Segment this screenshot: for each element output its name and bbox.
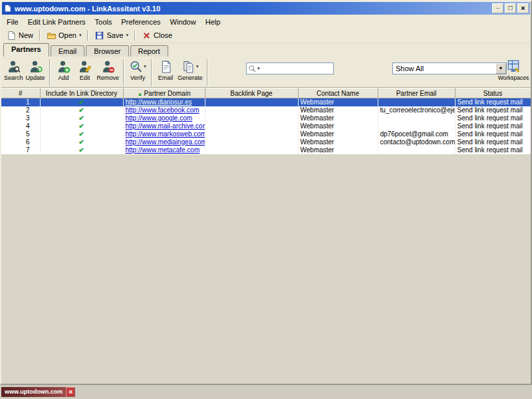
icon-wrap [29, 59, 43, 74]
include-cell[interactable]: ✔ [40, 98, 123, 107]
minimize-button[interactable] [492, 3, 503, 13]
menu-item-edit-link-partners[interactable]: Edit Link Partners [23, 17, 90, 27]
update-button[interactable]: Update [25, 58, 47, 82]
partner-email-cell: dp76pocet@gmail.com [378, 130, 455, 138]
tab-email[interactable]: Email [51, 45, 85, 57]
toolbar-separator [151, 59, 152, 86]
icon-wrap: ▾ [182, 59, 199, 74]
toolbar-separator [134, 30, 136, 41]
include-cell[interactable]: ✔ [40, 130, 123, 138]
add-button[interactable]: Add [53, 58, 74, 82]
search-box[interactable]: ▾ [246, 63, 334, 74]
title-bar[interactable]: www.uptodown.com - LinkAsssitant v3.10 [2, 2, 530, 15]
table-row[interactable]: 5✔http://www.markosweb.comWebmasterdp76p… [1, 130, 531, 138]
partner-domain-cell: http://www.mediaingea.com [123, 138, 205, 146]
partner-domain-link[interactable]: http://www.metacafe.com [126, 146, 200, 154]
edit-button[interactable]: Edit [74, 58, 96, 82]
column-header-contact-name[interactable]: Contact Name [298, 88, 378, 98]
icon-wrap [159, 59, 173, 74]
close-button[interactable]: Close [138, 29, 176, 43]
taskbar-item-label[interactable]: www.uptodown.com [1, 387, 66, 397]
search-input[interactable] [260, 65, 332, 72]
partner-domain-cell: http://www.facebook.com [123, 106, 205, 114]
tab-partners[interactable]: Partners [3, 43, 49, 57]
tab-browser[interactable]: Browser [86, 45, 128, 57]
table-row[interactable]: 4✔http://www.mail-archive.comWebmasterSe… [1, 122, 531, 130]
menu-item-help[interactable]: Help [201, 17, 225, 27]
icon-wrap [101, 59, 115, 74]
menu-item-file[interactable]: File [2, 17, 23, 27]
status-cell: Send link request mail [455, 130, 531, 138]
partner-email-cell [378, 146, 455, 154]
backlink-page-cell [205, 138, 298, 146]
partner-domain-link[interactable]: http://www.mail-archive.com [126, 122, 205, 130]
taskbar-close-icon[interactable] [66, 387, 75, 397]
column-header-backlink-page[interactable]: Backlink Page [205, 88, 298, 98]
table-row[interactable]: 3✔http://www.google.comWebmasterSend lin… [1, 114, 531, 122]
person-add-icon [57, 60, 70, 74]
generate-button[interactable]: ▾Generate [176, 58, 204, 82]
column-header-status[interactable]: Status [455, 88, 531, 98]
button-label: Email [158, 74, 174, 81]
table-row[interactable]: 1✔http://www.diariosur.esWebmasterSend l… [1, 98, 531, 107]
status-cell: Send link request mail [455, 106, 531, 114]
close-button[interactable] [517, 3, 529, 13]
dropdown-arrow-icon[interactable]: ▾ [196, 64, 199, 69]
search-button[interactable]: Search [3, 58, 25, 82]
menu-bar: FileEdit Link PartnersToolsPreferencesWi… [1, 15, 531, 28]
column-header-partner-email[interactable]: Partner Email [378, 88, 455, 98]
email-button[interactable]: Email [155, 58, 176, 82]
partners-table: #Include In Link Directory▲Partner Domai… [1, 88, 531, 154]
toolbar-separator [49, 59, 51, 86]
partner-domain-link[interactable]: http://www.diariosur.es [126, 98, 192, 106]
open-button[interactable]: Open▾ [43, 29, 84, 43]
column-header-partner-domain[interactable]: ▲Partner Domain [123, 88, 205, 98]
person-remove-icon [101, 60, 115, 74]
table-row[interactable]: 7✔http://www.metacafe.comWebmasterSend l… [1, 146, 531, 154]
tab-report[interactable]: Report [130, 45, 168, 57]
column-header-include-in-link-directory[interactable]: Include In Link Directory [40, 88, 123, 98]
toolbar-separator [207, 59, 208, 86]
partner-email-cell [378, 98, 455, 107]
new-button[interactable]: New [3, 29, 37, 43]
contact-name-cell: Webmaster [298, 138, 378, 146]
column-header-num[interactable]: # [1, 88, 40, 98]
sort-asc-icon: ▲ [138, 91, 143, 97]
check-icon: ✔ [78, 98, 84, 106]
contact-name-cell: Webmaster [298, 98, 378, 107]
menu-item-preferences[interactable]: Preferences [116, 17, 165, 27]
button-label: Add [59, 74, 69, 81]
include-cell[interactable]: ✔ [40, 114, 123, 122]
verify-button[interactable]: ▾Verify [127, 58, 148, 82]
new-doc-icon [7, 31, 17, 41]
dropdown-arrow-icon[interactable]: ▾ [144, 64, 146, 69]
partner-domain-link[interactable]: http://www.mediaingea.com [126, 138, 205, 146]
include-cell[interactable]: ✔ [40, 122, 123, 130]
contact-name-cell: Webmaster [298, 122, 378, 130]
taskbar-item[interactable]: www.uptodown.com [1, 387, 75, 397]
table-row[interactable]: 2✔http://www.facebook.comWebmastertu_cor… [1, 106, 531, 114]
dropdown-arrow-icon[interactable]: ▾ [79, 33, 82, 38]
partner-domain-link[interactable]: http://www.google.com [126, 114, 193, 122]
contact-name-cell: Webmaster [298, 106, 378, 114]
include-cell[interactable]: ✔ [40, 106, 123, 114]
menu-item-tools[interactable]: Tools [90, 17, 117, 27]
save-button[interactable]: Save▾ [91, 29, 132, 43]
app-window: www.uptodown.com - LinkAsssitant v3.10 F… [0, 0, 532, 385]
workspaces-button[interactable]: Workspaces [497, 59, 529, 81]
person-update-icon [29, 60, 43, 74]
include-cell[interactable]: ✔ [40, 138, 123, 146]
status-cell: Send link request mail [455, 146, 531, 154]
filter-dropdown[interactable]: Show All ▼ [392, 63, 507, 74]
partner-domain-link[interactable]: http://www.facebook.com [126, 106, 200, 114]
maximize-button[interactable] [505, 3, 516, 13]
backlink-page-cell [205, 130, 298, 138]
menu-item-window[interactable]: Window [166, 17, 201, 27]
dropdown-arrow-icon[interactable]: ▾ [126, 33, 129, 38]
table-header-row: #Include In Link Directory▲Partner Domai… [1, 88, 531, 98]
include-cell[interactable]: ✔ [40, 146, 123, 154]
table-row[interactable]: 6✔http://www.mediaingea.comWebmastercont… [1, 138, 531, 146]
remove-button[interactable]: Remove [96, 58, 121, 82]
partner-domain-link[interactable]: http://www.markosweb.com [126, 130, 205, 138]
backlink-page-cell [205, 146, 298, 154]
